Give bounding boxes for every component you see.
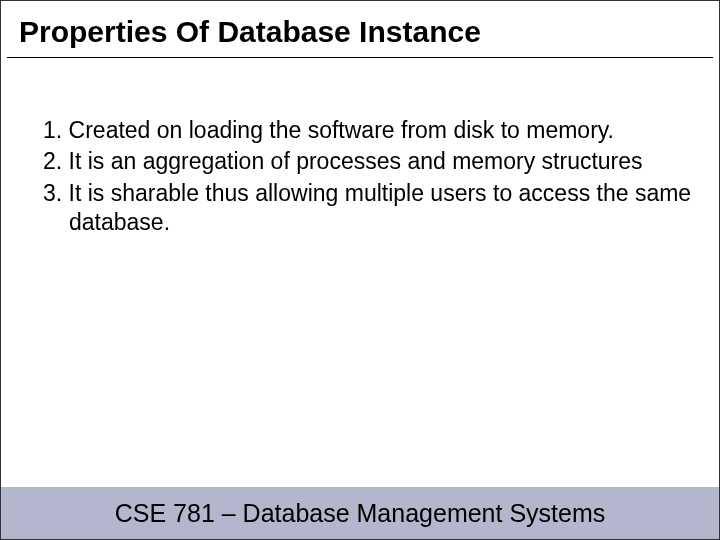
slide-title: Properties Of Database Instance [19,15,701,49]
content-area: 1. Created on loading the software from … [1,58,719,238]
footer-bar: CSE 781 – Database Management Systems [1,487,719,539]
list-item: 1. Created on loading the software from … [23,116,697,145]
list-item: 2. It is an aggregation of processes and… [23,147,697,176]
footer-text: CSE 781 – Database Management Systems [115,499,606,528]
title-area: Properties Of Database Instance [7,1,713,58]
list-item: 3. It is sharable thus allowing multiple… [23,179,697,238]
slide-container: Properties Of Database Instance 1. Creat… [1,1,719,539]
